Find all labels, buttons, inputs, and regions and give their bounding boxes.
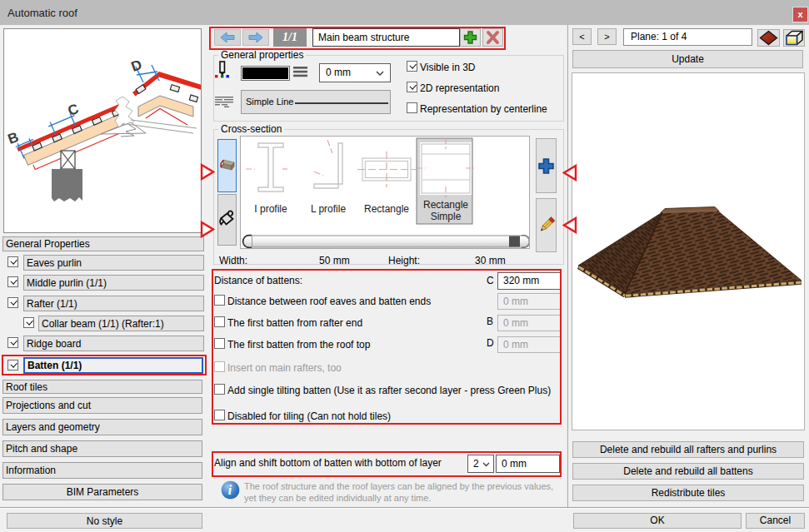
svg-text:I profile: I profile bbox=[254, 203, 287, 215]
svg-text:i: i bbox=[228, 483, 232, 497]
svg-text:Simple: Simple bbox=[431, 211, 462, 222]
svg-text:Rectangle: Rectangle bbox=[423, 199, 468, 211]
svg-text:C: C bbox=[66, 101, 81, 119]
svg-text:L profile: L profile bbox=[311, 203, 347, 215]
svg-text:B: B bbox=[6, 129, 21, 147]
svg-text:D: D bbox=[129, 57, 144, 75]
svg-text:Rectangle: Rectangle bbox=[364, 203, 409, 215]
